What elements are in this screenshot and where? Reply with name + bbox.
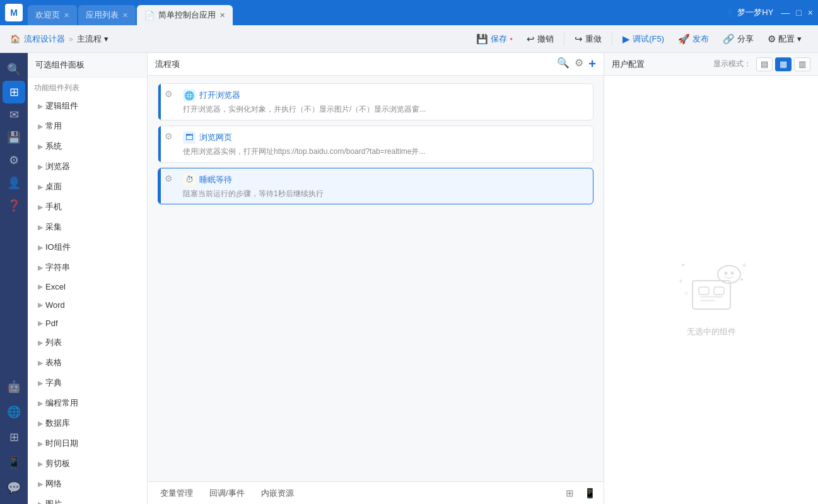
sidebar-icon-settings2[interactable]: ⚙ [3, 149, 25, 172]
tab-simple-app[interactable]: 📄简单控制台应用✕ [137, 5, 233, 25]
tab-label-app-list: 应用列表 [86, 9, 119, 21]
label-io: IO组件 [45, 242, 139, 253]
panel-item-mobile[interactable]: ▶手机 [28, 197, 147, 217]
label-logic: 逻辑组件 [45, 100, 139, 112]
panel-item-excel[interactable]: ▶Excel [28, 278, 147, 296]
panel-item-logic[interactable]: ▶逻辑组件 [28, 96, 147, 116]
flow-header-icons: 🔍 ⚙ + [557, 57, 596, 71]
panel-item-image[interactable]: ▶图片 [28, 494, 147, 504]
footer-tab-var-mgmt[interactable]: 变量管理 [153, 485, 201, 501]
panel-item-table[interactable]: ▶表格 [28, 353, 147, 373]
sidebar-bottom-mobile[interactable]: 📱 [3, 451, 25, 474]
label-image: 图片 [45, 498, 139, 504]
arrow-word: ▶ [38, 301, 43, 309]
panel-item-system[interactable]: ▶系统 [28, 136, 147, 156]
undo-button[interactable]: ↩撤销 [520, 30, 560, 48]
debug-button[interactable]: ▶调试(F5) [616, 30, 670, 48]
maximize-button[interactable]: □ [796, 8, 801, 18]
flow-item-label-open-browser: 打开浏览器 [199, 90, 240, 101]
flow-item-desc-open-browser: 打开浏览器，实例化对象，并执行（不）显示图片/（不）显示浏览器窗... [183, 104, 587, 115]
tab-close-app-list[interactable]: ✕ [122, 11, 128, 20]
redo-button[interactable]: ↪重做 [568, 30, 608, 48]
close-button[interactable]: × [808, 8, 813, 18]
sidebar-icon-help[interactable]: ❓ [3, 194, 25, 217]
sidebar-icon-grid[interactable]: ⊞ [3, 81, 25, 103]
mobile-icon[interactable]: 📱 [581, 484, 599, 502]
publish-icon: 🚀 [678, 33, 690, 45]
publish-button[interactable]: 🚀发布 [672, 30, 715, 48]
flow-item-browse-page[interactable]: ⚙ 🗔 浏览网页 使用浏览器实例，打开网址https://top.baidu.c… [158, 126, 593, 163]
footer-tab-embedded[interactable]: 内嵌资源 [254, 485, 301, 501]
panel-item-pdf[interactable]: ▶Pdf [28, 314, 147, 332]
label-word: Word [45, 300, 139, 310]
sidebar-bottom-chat[interactable]: 💬 [3, 476, 25, 499]
settings-button[interactable]: ⚙配置▾ [761, 30, 808, 48]
sidebar-icon-mail[interactable]: ✉ [3, 103, 25, 126]
panel-item-list[interactable]: ▶列表 [28, 332, 147, 353]
flow-search-icon[interactable]: 🔍 [557, 57, 570, 71]
panel-item-dict[interactable]: ▶字典 [28, 373, 147, 393]
mode-btn-mode3[interactable]: ▥ [794, 57, 810, 71]
arrow-system: ▶ [38, 143, 43, 151]
arrow-string: ▶ [38, 264, 43, 272]
panel-item-word[interactable]: ▶Word [28, 296, 147, 314]
panel-header: 可选组件面板 [28, 53, 147, 78]
panel-item-string[interactable]: ▶字符串 [28, 257, 147, 278]
panel-item-network[interactable]: ▶网络 [28, 474, 147, 494]
panel-item-datetime[interactable]: ▶时间日期 [28, 433, 147, 454]
connector-dot: ⚙ [165, 173, 173, 184]
display-mode-label: 显示模式： [713, 59, 751, 69]
share-button[interactable]: 🔗分享 [716, 30, 760, 48]
sidebar-bottom-robot[interactable]: 🤖 [3, 375, 25, 398]
flow-settings-icon[interactable]: ⚙ [575, 57, 583, 71]
sidebar-icon-user[interactable]: 👤 [3, 172, 25, 194]
arrow-mobile: ▶ [38, 203, 43, 211]
tab-app-list[interactable]: 应用列表✕ [78, 5, 136, 25]
label-desktop: 桌面 [45, 181, 139, 192]
flow-item-body-sleep: ⏱ 睡眠等待 阻塞当前运行的步骤，等待1秒后继续执行 [177, 168, 593, 204]
mode-btn-mode2[interactable]: ▦ [775, 57, 792, 71]
label-string: 字符串 [45, 262, 139, 273]
windows-icon[interactable]: ⊞ [561, 484, 578, 502]
svg-rect-4 [700, 300, 715, 302]
mode-btn-mode1[interactable]: ▤ [756, 57, 773, 71]
minimize-button[interactable]: — [781, 8, 790, 18]
sidebar-icon-search[interactable]: 🔍 [3, 58, 25, 81]
breadcrumb-designer[interactable]: 流程设计器 [24, 33, 65, 45]
user-info[interactable]: 👤 梦一梦HY [725, 7, 773, 18]
panel-item-db[interactable]: ▶数据库 [28, 413, 147, 433]
arrow-pdf: ▶ [38, 319, 43, 327]
svg-point-8 [682, 264, 684, 266]
footer-tab-callback[interactable]: 回调/事件 [202, 485, 252, 501]
panel-item-common[interactable]: ▶常用 [28, 116, 147, 136]
panel-list: ▶逻辑组件▶常用▶系统▶浏览器▶桌面▶手机▶采集▶IO组件▶字符串▶Excel▶… [28, 96, 147, 504]
flow-item-open-browser[interactable]: ⚙ 🌐 打开浏览器 打开浏览器，实例化对象，并执行（不）显示图片/（不）显示浏览… [158, 83, 593, 120]
tab-label-welcome: 欢迎页 [35, 9, 60, 21]
panel-item-desktop[interactable]: ▶桌面 [28, 177, 147, 197]
flow-item-connector-browse-page: ⚙ [161, 126, 177, 162]
empty-illustration: + + [674, 243, 749, 319]
panel-item-io[interactable]: ▶IO组件 [28, 237, 147, 257]
sidebar-bottom-windows[interactable]: ⊞ [3, 426, 25, 448]
tab-welcome[interactable]: 欢迎页✕ [28, 5, 77, 25]
icon-sidebar: 🔍⊞✉💾⚙👤❓ 🤖🌐⊞📱💬 [0, 53, 28, 504]
label-mobile: 手机 [45, 201, 139, 213]
title-bar: M 欢迎页✕应用列表✕📄简单控制台应用✕ 👤 梦一梦HY — □ × [0, 0, 818, 25]
save-button[interactable]: 💾保存● [470, 30, 519, 48]
label-excel: Excel [45, 282, 139, 291]
flow-add-icon[interactable]: + [588, 57, 596, 71]
debug-icon: ▶ [622, 33, 630, 45]
panel-item-coding[interactable]: ▶编程常用 [28, 393, 147, 413]
sidebar-bottom-globe[interactable]: 🌐 [3, 401, 25, 423]
undo-label: 撤销 [537, 33, 554, 45]
tab-close-welcome[interactable]: ✕ [64, 11, 69, 20]
breadcrumb-current[interactable]: 主流程 ▾ [77, 33, 108, 45]
panel-item-collect[interactable]: ▶采集 [28, 217, 147, 237]
panel-item-browser[interactable]: ▶浏览器 [28, 156, 147, 177]
panel-item-clipboard[interactable]: ▶剪切板 [28, 454, 147, 474]
sidebar-icon-save2[interactable]: 💾 [3, 126, 25, 149]
flow-item-sleep[interactable]: ⚙ ⏱ 睡眠等待 阻塞当前运行的步骤，等待1秒后继续执行 [158, 168, 593, 205]
toolbar-actions: 💾保存●↩撤销↪重做▶调试(F5)🚀发布🔗分享⚙配置▾ [470, 30, 808, 48]
tab-close-simple-app[interactable]: ✕ [219, 11, 225, 20]
settings-arrow: ▾ [797, 34, 802, 44]
